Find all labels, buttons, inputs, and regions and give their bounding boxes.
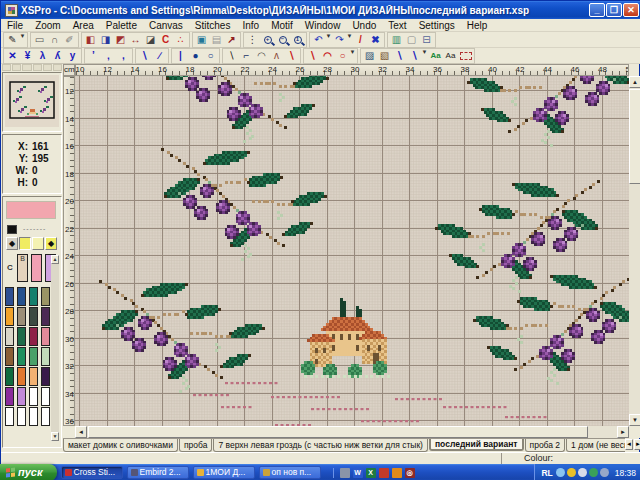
pattern-canvas[interactable]: [75, 76, 629, 426]
palette-swatch-r6c4[interactable]: [41, 387, 50, 406]
page-tab-1[interactable]: макет домик с оливочками: [63, 439, 178, 452]
palette-swatch-r2c2[interactable]: [17, 307, 26, 326]
longstitch-2-tool[interactable]: ∖: [407, 49, 422, 63]
export-image-button[interactable]: ▥: [389, 33, 404, 47]
palette-swatch-r3c2[interactable]: [17, 327, 26, 346]
ink-color-swatch[interactable]: [7, 225, 17, 234]
palette-swatch-r6c3[interactable]: [29, 387, 38, 406]
backstitch-bead-tool[interactable]: ⌐: [239, 49, 254, 63]
send-design-button[interactable]: ⊟: [419, 33, 434, 47]
horizontal-scrollbar[interactable]: ◄ ►: [75, 426, 629, 438]
selection-box-tool[interactable]: [458, 49, 473, 63]
special-stitch-tool[interactable]: ∖: [284, 49, 299, 63]
palette-header-swatch-2[interactable]: [31, 254, 42, 282]
scroll-left-button[interactable]: ◄: [75, 426, 87, 438]
page-tab-4[interactable]: последний вариант: [429, 438, 524, 451]
cut-tool[interactable]: ◧: [83, 33, 98, 47]
points-tool[interactable]: ∴: [173, 33, 188, 47]
bar-stitch-tool[interactable]: |: [173, 49, 188, 63]
zoom-actual-tool[interactable]: 1: [290, 33, 305, 47]
half-fwd-tool[interactable]: ∕: [152, 49, 167, 63]
palette-swatch-r4c1[interactable]: [5, 347, 14, 366]
undo-button-dropdown[interactable]: ▼: [325, 33, 332, 47]
page-tab-6[interactable]: 1 дом (не весь для стыковки): [566, 439, 625, 452]
thread-tool[interactable]: ⋮: [245, 33, 260, 47]
knot-yellow-swatch[interactable]: ◆: [45, 237, 57, 250]
zoom-out-tool[interactable]: −: [275, 33, 290, 47]
menu-settings[interactable]: Settings: [413, 20, 461, 31]
menu-file[interactable]: File: [1, 20, 29, 31]
delete-tool[interactable]: ✖: [368, 33, 383, 47]
quick-icon-4[interactable]: [379, 468, 389, 478]
palette-swatch-r5c3[interactable]: [29, 367, 38, 386]
scroll-down-button[interactable]: ▼: [629, 414, 640, 426]
menu-canvas[interactable]: Canvas: [143, 20, 189, 31]
palette-swatch-r3c1[interactable]: [5, 327, 14, 346]
hoop-tool-dropdown[interactable]: ▼: [349, 49, 356, 63]
quick-icon-3[interactable]: X: [366, 468, 376, 478]
title-bar[interactable]: XSPro - C:\Documents and Settings\Rimma\…: [1, 1, 640, 19]
panel-tool-4[interactable]: [33, 64, 42, 71]
palette-swatch-r4c2[interactable]: [17, 347, 26, 366]
panel-tool-6[interactable]: [53, 64, 62, 71]
menu-text[interactable]: Text: [382, 20, 412, 31]
page-tab-3[interactable]: 7 верхн левая гроздь (с частью ниж ветки…: [213, 439, 428, 452]
copy-tool[interactable]: ◨: [98, 33, 113, 47]
task-button-1[interactable]: Cross Sti...: [61, 466, 123, 479]
petite-stitch-2-tool[interactable]: ‚: [101, 49, 116, 63]
text-tool-color[interactable]: Aa: [428, 49, 443, 63]
vertical-scrollbar[interactable]: ▲ ▼: [629, 76, 640, 426]
pale-yellow-swatch[interactable]: [32, 237, 44, 250]
close-button[interactable]: ✕: [623, 3, 639, 17]
task-button-4[interactable]: оп нов п...: [259, 466, 321, 479]
tray-icon-5[interactable]: [600, 468, 609, 477]
curve-stitch-tool[interactable]: ◠: [254, 49, 269, 63]
bright-yellow-swatch[interactable]: [19, 237, 31, 250]
text-tool[interactable]: Aa: [443, 49, 458, 63]
palette-swatch-r5c2[interactable]: [17, 367, 26, 386]
palette-swatch-r1c2[interactable]: [17, 287, 26, 306]
half-stitch-fwd-tool[interactable]: ʎ: [50, 49, 65, 63]
redo-button-dropdown[interactable]: ▼: [346, 33, 353, 47]
tray-icon-1[interactable]: [556, 468, 565, 477]
vertical-scroll-thumb[interactable]: [629, 89, 640, 184]
tray-icon-2[interactable]: [567, 468, 576, 477]
palette-scroll-down[interactable]: ▼: [51, 432, 59, 441]
zoom-in-tool[interactable]: +: [260, 33, 275, 47]
tab-scroll-left[interactable]: ◄: [625, 439, 633, 450]
current-color-swatch[interactable]: [6, 201, 56, 219]
menu-help[interactable]: Help: [461, 20, 494, 31]
menu-stitches[interactable]: Stitches: [189, 20, 237, 31]
undo-button[interactable]: ↶: [311, 33, 326, 47]
curve-bead-tool[interactable]: ʌ: [269, 49, 284, 63]
pattern-preview-thumbnail[interactable]: [5, 75, 59, 127]
palette-swatch-r6c2[interactable]: [17, 387, 26, 406]
new-page-button[interactable]: ▢: [404, 33, 419, 47]
quarter-stitch-tool[interactable]: y: [65, 49, 80, 63]
menu-undo[interactable]: Undo: [346, 20, 382, 31]
scroll-up-button[interactable]: ▲: [629, 76, 640, 88]
motif-edit-tool[interactable]: ▧: [377, 49, 392, 63]
pencil-tool-dropdown[interactable]: ▼: [19, 33, 26, 47]
redo-button[interactable]: ↷: [332, 33, 347, 47]
longstitch-2-tool-dropdown[interactable]: ▼: [421, 49, 428, 63]
thick-curve-tool[interactable]: ◠: [320, 49, 335, 63]
palette-scroll-up[interactable]: ▲: [51, 255, 59, 264]
tray-icon-4[interactable]: [589, 468, 598, 477]
petite-stitch-1-tool[interactable]: ’: [86, 49, 101, 63]
bead-tool[interactable]: ●: [188, 49, 203, 63]
panel-tool-5[interactable]: [43, 64, 52, 71]
minimize-button[interactable]: _: [589, 3, 605, 17]
flip-tool[interactable]: ◪: [143, 33, 158, 47]
paste-tool[interactable]: ◩: [113, 33, 128, 47]
motif-library-tool[interactable]: ▨: [362, 49, 377, 63]
palette-swatch-r7c4[interactable]: [41, 407, 50, 426]
page-tab-5[interactable]: проба 2: [525, 439, 566, 452]
palette-swatch-r2c1[interactable]: [5, 307, 14, 326]
half-stitch-back-tool[interactable]: λ: [35, 49, 50, 63]
tray-icon-3[interactable]: [578, 468, 587, 477]
lasso-select-tool[interactable]: ∩: [47, 33, 62, 47]
palette-swatch-r2c3[interactable]: [29, 307, 38, 326]
hoop-tool[interactable]: ○: [335, 49, 350, 63]
rotate-tool[interactable]: C: [158, 33, 173, 47]
